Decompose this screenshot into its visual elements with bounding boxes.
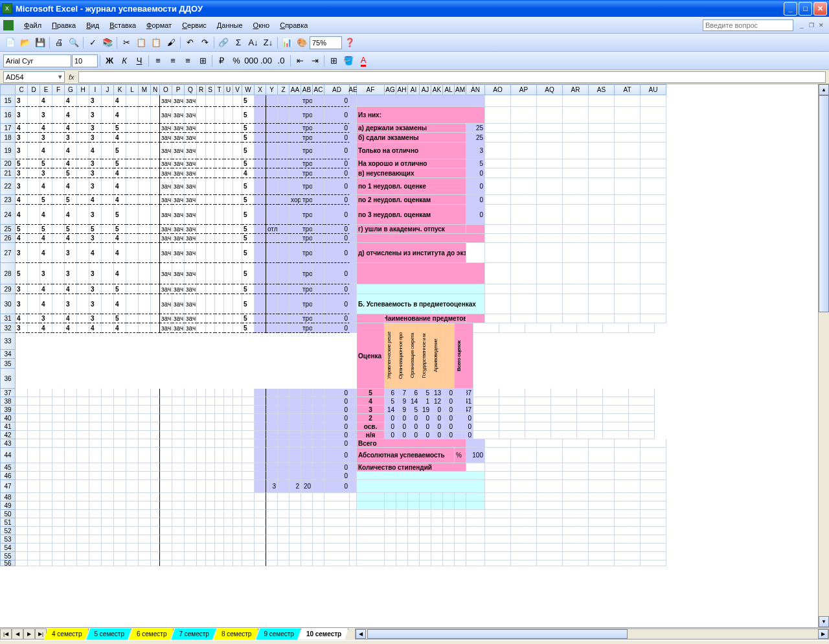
autosum-button[interactable]: Σ [231, 36, 245, 50]
col-header-H[interactable]: H [77, 84, 89, 95]
menu-файл[interactable]: Файл [19, 19, 47, 31]
col-header-P[interactable]: P [172, 84, 185, 95]
preview-button[interactable]: 🔍 [67, 36, 81, 50]
row-header-33[interactable]: 33 [0, 333, 16, 350]
menu-данные[interactable]: Данные [212, 19, 248, 31]
menu-правка[interactable]: Правка [47, 19, 81, 31]
row-header-34[interactable]: 34 [0, 350, 16, 359]
col-header-V[interactable]: V [233, 84, 242, 95]
row-header-45[interactable]: 45 [0, 463, 16, 472]
col-header-O[interactable]: O [160, 84, 172, 95]
col-header-AF[interactable]: AF [357, 84, 385, 95]
row-header-19[interactable]: 19 [0, 143, 16, 159]
zoom-select[interactable] [310, 36, 342, 49]
spreadsheet-grid[interactable]: CDEFGHIJKLMNOPQRSTUVWXYZAAABACADAEAFAGAH… [0, 84, 829, 627]
row-header-38[interactable]: 38 [0, 397, 16, 406]
percent-button[interactable]: % [229, 54, 244, 68]
row-header-28[interactable]: 28 [0, 263, 16, 284]
row-header-27[interactable]: 27 [0, 243, 16, 263]
sheet-tab-6-семестр[interactable]: 6 семестр [129, 628, 174, 639]
row-header-43[interactable]: 43 [0, 439, 16, 448]
col-header-T[interactable]: T [215, 84, 224, 95]
comma-button[interactable]: 000 [244, 54, 258, 68]
col-header-AM[interactable]: AM [455, 84, 466, 95]
decrease-decimal-button[interactable]: .0 [274, 54, 288, 68]
align-right-button[interactable]: ≡ [181, 54, 195, 68]
row-header-42[interactable]: 42 [0, 431, 16, 439]
copy-button[interactable]: 📋 [134, 36, 148, 50]
col-header-C[interactable]: C [16, 84, 28, 95]
col-header-AJ[interactable]: AJ [420, 84, 431, 95]
row-header-53[interactable]: 53 [0, 535, 16, 544]
col-header-AQ[interactable]: AQ [537, 84, 563, 95]
row-header-48[interactable]: 48 [0, 493, 16, 501]
col-header-AH[interactable]: AH [396, 84, 408, 95]
select-all-corner[interactable] [0, 84, 16, 95]
col-header-E[interactable]: E [40, 84, 52, 95]
col-header-J[interactable]: J [102, 84, 114, 95]
formula-input[interactable] [78, 71, 826, 83]
col-header-AU[interactable]: AU [641, 84, 666, 95]
font-name-select[interactable] [3, 54, 71, 67]
row-header-37[interactable]: 37 [0, 389, 16, 397]
row-header-22[interactable]: 22 [0, 178, 16, 195]
row-header-44[interactable]: 44 [0, 448, 16, 463]
column-headers[interactable]: CDEFGHIJKLMNOPQRSTUVWXYZAAABACADAEAFAGAH… [16, 84, 666, 95]
chart-button[interactable]: 📊 [280, 36, 294, 50]
row-header-16[interactable]: 16 [0, 107, 16, 124]
align-center-button[interactable]: ≡ [166, 54, 180, 68]
row-header-47[interactable]: 47 [0, 480, 16, 493]
underline-button[interactable]: Ч [132, 54, 146, 68]
col-header-W[interactable]: W [242, 84, 255, 95]
col-header-Q[interactable]: Q [185, 84, 197, 95]
col-header-AC[interactable]: AC [313, 84, 324, 95]
row-header-39[interactable]: 39 [0, 406, 16, 414]
col-header-K[interactable]: K [114, 84, 126, 95]
research-button[interactable]: 📚 [100, 36, 115, 50]
col-header-G[interactable]: G [65, 84, 77, 95]
col-header-AB[interactable]: AB [301, 84, 313, 95]
borders-button[interactable]: ⊞ [326, 54, 341, 68]
menu-формат[interactable]: Формат [141, 19, 177, 31]
row-header-50[interactable]: 50 [0, 510, 16, 518]
row-header-26[interactable]: 26 [0, 234, 16, 243]
mdi-close[interactable]: ✕ [817, 21, 826, 30]
tab-nav-prev[interactable]: ◀ [12, 628, 23, 639]
decrease-indent-button[interactable]: ⇤ [293, 54, 307, 68]
col-header-D[interactable]: D [28, 84, 40, 95]
currency-button[interactable]: ₽ [214, 54, 229, 68]
col-header-AG[interactable]: AG [385, 84, 396, 95]
col-header-AP[interactable]: AP [511, 84, 537, 95]
open-button[interactable]: 📂 [18, 36, 32, 50]
tab-nav-next[interactable]: ▶ [23, 628, 35, 639]
font-color-button[interactable]: A [356, 54, 370, 68]
maximize-button[interactable]: □ [799, 2, 812, 16]
row-header-56[interactable]: 56 [0, 560, 16, 566]
sheet-tab-9-семестр[interactable]: 9 семестр [256, 628, 301, 639]
sheet-tab-8-семестр[interactable]: 8 семестр [214, 628, 258, 639]
mdi-minimize[interactable]: _ [797, 21, 806, 30]
menu-вставка[interactable]: Вставка [104, 19, 141, 31]
cut-button[interactable]: ✂ [119, 36, 133, 50]
col-header-AA[interactable]: AA [290, 84, 301, 95]
row-header-21[interactable]: 21 [0, 168, 16, 178]
row-header-23[interactable]: 23 [0, 195, 16, 205]
col-header-M[interactable]: M [139, 84, 151, 95]
col-header-L[interactable]: L [126, 84, 139, 95]
row-headers[interactable]: 1516171819202122232425262728293031323334… [0, 95, 16, 566]
format-painter-button[interactable]: 🖌 [164, 36, 178, 50]
col-header-R[interactable]: R [197, 84, 206, 95]
align-left-button[interactable]: ≡ [151, 54, 165, 68]
col-header-AD[interactable]: AD [324, 84, 350, 95]
cells-container[interactable]: 34434зач.зач.зач.5тро.033434зач.зач.зач.… [16, 95, 666, 566]
drawing-button[interactable]: 🎨 [295, 36, 309, 50]
col-header-AE[interactable]: AE [350, 84, 357, 95]
close-button[interactable]: ✕ [813, 2, 827, 16]
scroll-down-button[interactable]: ▼ [819, 616, 829, 627]
menu-вид[interactable]: Вид [81, 19, 104, 31]
mdi-restore[interactable]: ❐ [807, 21, 816, 30]
redo-button[interactable]: ↷ [198, 36, 212, 50]
row-header-18[interactable]: 18 [0, 133, 16, 143]
col-header-AT[interactable]: AT [615, 84, 641, 95]
menu-окно[interactable]: Окно [248, 19, 275, 31]
